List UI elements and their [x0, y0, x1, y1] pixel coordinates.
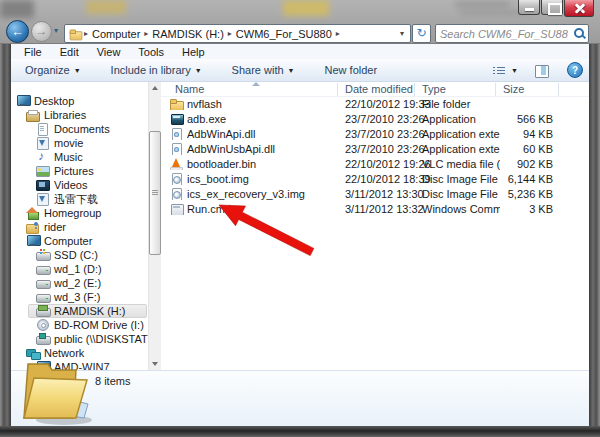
- scrollbar-down-arrow[interactable]: [149, 357, 161, 370]
- search-input[interactable]: [436, 28, 572, 40]
- column-divider[interactable]: [414, 83, 415, 96]
- change-view-button[interactable]: ▼: [484, 61, 526, 80]
- sidebar-item-label: public (\\DISKSTATION) (Z:): [50, 333, 148, 345]
- menu-edit[interactable]: Edit: [51, 46, 88, 58]
- application-icon: [170, 113, 184, 125]
- file-row-nvflash[interactable]: nvflash 22/10/2012 19:33 File folder: [161, 97, 589, 112]
- file-row-adbwinapi-dll[interactable]: AdbWinApi.dll 23/7/2010 23:26 Applicatio…: [161, 127, 589, 142]
- maximize-button[interactable]: [541, 0, 563, 15]
- search-icon: [572, 26, 588, 42]
- sidebar-item-music[interactable]: Music: [11, 150, 148, 164]
- organize-button[interactable]: Organize ▼: [17, 61, 89, 79]
- column-headers: Name Date modified Type Size: [161, 82, 589, 97]
- command-toolbar: Organize ▼ Include in library ▼ Share wi…: [11, 59, 589, 82]
- sidebar-item-videos[interactable]: Videos: [11, 178, 148, 192]
- file-row-run-cmd[interactable]: Run.cmd 3/11/2012 13:32 Windows Comma...…: [161, 202, 589, 217]
- sidebar-item-ssd-c[interactable]: SSD (C:): [11, 248, 148, 262]
- menu-tools[interactable]: Tools: [129, 46, 173, 58]
- share-with-button[interactable]: Share with ▼: [224, 61, 303, 79]
- include-in-library-label: Include in library: [111, 64, 191, 76]
- close-button[interactable]: [564, 0, 594, 17]
- file-row-bootloader-bin[interactable]: bootloader.bin 22/10/2012 19:26 VLC medi…: [161, 157, 589, 172]
- sidebar-item-label: Desktop: [30, 95, 74, 107]
- dropdown-chevron-icon: ▼: [511, 67, 518, 74]
- breadcrumb-item-ramdisk[interactable]: RAMDISK (H:): [149, 28, 227, 40]
- menu-view[interactable]: View: [88, 46, 130, 58]
- file-name: bootloader.bin: [184, 158, 256, 170]
- music-icon: [36, 151, 50, 163]
- folder-icon: [70, 28, 83, 39]
- scrollbar-up-arrow[interactable]: [149, 82, 161, 95]
- movie-library-icon: [36, 137, 50, 149]
- file-type: File folder: [422, 98, 500, 110]
- new-folder-button[interactable]: New folder: [317, 61, 386, 79]
- back-button[interactable]: ←: [6, 20, 29, 43]
- file-size: 5,236 KB: [473, 188, 553, 200]
- sidebar-item-label: Computer: [40, 235, 92, 247]
- column-header-type[interactable]: Type: [422, 83, 446, 95]
- dropdown-chevron-icon: ▼: [288, 67, 295, 74]
- sidebar-item-libraries[interactable]: Libraries: [11, 108, 148, 122]
- column-header-size[interactable]: Size: [503, 83, 524, 95]
- file-date: 22/10/2012 18:39: [345, 173, 431, 185]
- sidebar-item-wd1-d[interactable]: wd_1 (D:): [11, 262, 148, 276]
- menu-file[interactable]: File: [15, 46, 51, 58]
- back-icon: ←: [11, 24, 24, 39]
- menu-help[interactable]: Help: [173, 46, 214, 58]
- main-area: Desktop Libraries Documents movie Music …: [11, 82, 589, 370]
- sidebar-item-public-z[interactable]: public (\\DISKSTATION) (Z:): [11, 332, 148, 346]
- file-row-ics-boot-img[interactable]: ics_boot.img 22/10/2012 18:39 Disc Image…: [161, 172, 589, 187]
- sidebar-item-label: Music: [50, 151, 83, 163]
- file-name: Run.cmd: [184, 203, 231, 215]
- column-divider[interactable]: [495, 83, 496, 96]
- breadcrumb-item-computer[interactable]: Computer: [89, 28, 143, 40]
- caption-buttons: [517, 0, 594, 17]
- cmd-icon: [170, 203, 184, 215]
- file-date: 23/7/2010 23:26: [345, 113, 425, 125]
- file-row-ics-ex-recovery-img[interactable]: ics_ex_recovery_v3.img 3/11/2012 13:30 D…: [161, 187, 589, 202]
- column-divider[interactable]: [337, 83, 338, 96]
- include-in-library-button[interactable]: Include in library ▼: [103, 61, 210, 79]
- dll-icon: [170, 128, 184, 140]
- file-row-adb-exe[interactable]: adb.exe 23/7/2010 23:26 Application 566 …: [161, 112, 589, 127]
- recent-pages-chevron-icon[interactable]: ▾: [54, 26, 58, 35]
- sidebar-item-label: Videos: [50, 179, 87, 191]
- forward-button[interactable]: →: [31, 21, 52, 42]
- column-divider[interactable]: [558, 83, 559, 96]
- sidebar-item-wd3-f[interactable]: wd_3 (F:): [11, 290, 148, 304]
- column-header-date-modified[interactable]: Date modified: [345, 83, 413, 95]
- sidebar-item-desktop[interactable]: Desktop: [11, 94, 148, 108]
- sidebar-item-documents[interactable]: Documents: [11, 122, 148, 136]
- breadcrumb: ▸ Computer ▸ RAMDISK (H:) ▸ CWM6_For_SU8…: [83, 28, 396, 40]
- sidebar-item-wd2-e[interactable]: wd_2 (E:): [11, 276, 148, 290]
- refresh-icon: ↻: [416, 26, 426, 40]
- vlc-icon: [170, 158, 184, 170]
- address-dropdown-chevron-icon[interactable]: ▾: [396, 29, 408, 38]
- sidebar-scrollbar[interactable]: [148, 82, 161, 370]
- sidebar-item-computer[interactable]: Computer: [11, 234, 148, 248]
- preview-pane-button[interactable]: [526, 61, 557, 80]
- sidebar-item-movie[interactable]: movie: [11, 136, 148, 150]
- column-header-name[interactable]: Name: [175, 83, 204, 95]
- sidebar-item-ramdisk-h[interactable]: RAMDISK (H:): [11, 304, 148, 318]
- sidebar-item-rider[interactable]: rider: [11, 220, 148, 234]
- folder-thumbnail-icon: [18, 358, 98, 428]
- sidebar-item-homegroup[interactable]: Homegroup: [11, 206, 148, 220]
- sidebar-item-xunlei-download[interactable]: 迅雷下载: [11, 192, 148, 206]
- sidebar-item-label: Libraries: [40, 109, 86, 121]
- new-folder-label: New folder: [325, 64, 378, 76]
- share-with-label: Share with: [232, 64, 284, 76]
- sidebar-item-pictures[interactable]: Pictures: [11, 164, 148, 178]
- sidebar-item-bdrom-i[interactable]: BD-ROM Drive (I:): [11, 318, 148, 332]
- file-row-adbwinusbapi-dll[interactable]: AdbWinUsbApi.dll 23/7/2010 23:26 Applica…: [161, 142, 589, 157]
- scrollbar-thumb[interactable]: [149, 131, 161, 255]
- minimize-button[interactable]: [518, 0, 540, 15]
- address-bar[interactable]: ▸ Computer ▸ RAMDISK (H:) ▸ CWM6_For_SU8…: [64, 24, 411, 43]
- breadcrumb-item-cwm6[interactable]: CWM6_For_SU880: [233, 28, 335, 40]
- file-size: 6,144 KB: [473, 173, 553, 185]
- sidebar-item-label: Pictures: [50, 165, 94, 177]
- dropdown-chevron-icon: ▼: [74, 67, 81, 74]
- refresh-button[interactable]: ↻: [412, 24, 431, 43]
- file-date: 22/10/2012 19:33: [345, 98, 431, 110]
- help-button[interactable]: [567, 62, 583, 78]
